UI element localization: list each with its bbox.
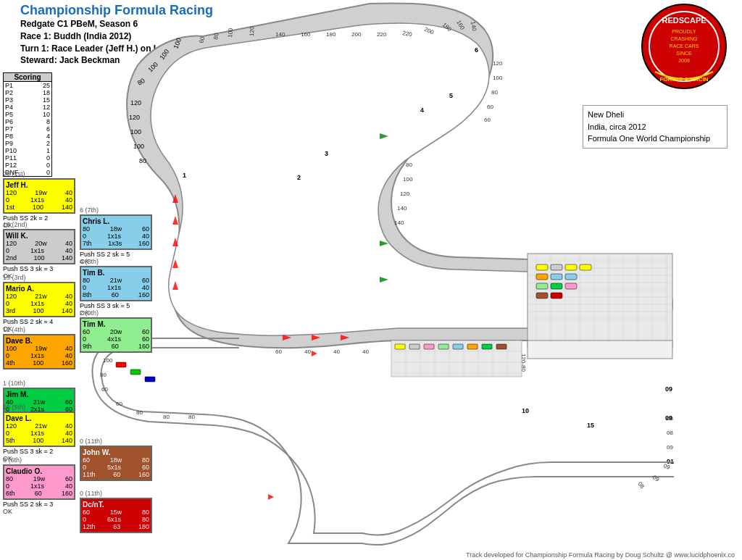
card-name-john: John W. xyxy=(83,448,149,456)
scoring-title: Scoring xyxy=(4,73,51,82)
svg-text:40: 40 xyxy=(362,348,369,355)
svg-text:100: 100 xyxy=(493,75,503,81)
svg-text:80: 80 xyxy=(406,162,412,168)
svg-text:80: 80 xyxy=(163,414,170,420)
card-push-dave_l: Push SS 3 sk = 2 xyxy=(3,448,75,455)
player-card-dc: 0 (11th) Dc/nT. 60 15w 80 0 6x1s 80 12th… xyxy=(80,490,152,533)
card-position-dave_l: 10 (5th) xyxy=(3,404,75,411)
card-position-dc: 0 (11th) xyxy=(80,490,152,497)
svg-rect-84 xyxy=(536,264,548,270)
svg-text:2: 2 xyxy=(297,174,301,181)
svg-rect-123 xyxy=(130,369,141,375)
svg-text:100: 100 xyxy=(403,176,413,183)
card-name-dave_l: Dave L. xyxy=(6,414,72,422)
scoring-table: Scoring P125P218P315P412P510P68P76P84P92… xyxy=(3,72,52,177)
svg-rect-124 xyxy=(145,377,155,382)
svg-text:09: 09 xyxy=(662,462,671,471)
player-card-claudio: 8 (6th) Claudio O. 80 19w 60 0 1x1s 40 6… xyxy=(3,456,75,515)
svg-text:80: 80 xyxy=(139,157,146,164)
player-card-chris: 6 (7th) Chris L. 80 18w 60 0 1x1s 40 7th… xyxy=(80,206,152,265)
svg-rect-90 xyxy=(536,283,548,289)
svg-text:120: 120 xyxy=(249,26,255,36)
svg-text:08: 08 xyxy=(667,415,673,422)
card-position-tim_m: 2 (9th) xyxy=(80,309,152,317)
card-name-jim: Jim M. xyxy=(6,390,72,398)
card-position-will: 18 (2nd) xyxy=(3,221,75,228)
scoring-row: P68 xyxy=(4,118,51,125)
card-name-jeff: Jeff H. xyxy=(6,181,72,189)
svg-text:100: 100 xyxy=(103,357,113,364)
svg-text:100: 100 xyxy=(130,128,141,135)
player-card-dave_b: 12 (4th) Dave B. 100 19w 40 0 1x1s 40 4t… xyxy=(3,326,75,369)
svg-rect-95 xyxy=(580,264,591,270)
svg-rect-94 xyxy=(551,293,562,298)
svg-rect-89 xyxy=(565,274,577,280)
scoring-row: P120 xyxy=(4,162,51,169)
svg-text:3: 3 xyxy=(325,150,328,157)
svg-text:1: 1 xyxy=(183,172,186,179)
svg-text:60: 60 xyxy=(116,401,122,407)
svg-rect-86 xyxy=(565,264,577,270)
svg-rect-93 xyxy=(536,293,548,298)
svg-text:15: 15 xyxy=(587,422,594,429)
svg-text:80: 80 xyxy=(136,409,143,416)
card-name-tim_m: Tim M. xyxy=(83,320,149,328)
svg-text:CRASHING: CRASHING xyxy=(671,36,698,41)
svg-rect-141 xyxy=(438,344,449,349)
scoring-row: P412 xyxy=(4,104,51,111)
card-name-mario: Mario A. xyxy=(6,285,72,293)
svg-rect-92 xyxy=(565,283,577,289)
card-push-will: Push SS 3 sk = 3 xyxy=(3,265,75,272)
svg-rect-88 xyxy=(551,274,562,280)
svg-text:40: 40 xyxy=(304,348,311,355)
svg-text:60: 60 xyxy=(484,117,491,123)
scoring-row: P84 xyxy=(4,133,51,140)
scoring-data: P125P218P315P412P510P68P76P84P92P101P110… xyxy=(4,82,51,176)
svg-text:60: 60 xyxy=(101,386,108,393)
svg-rect-87 xyxy=(536,274,548,280)
player-card-will: 18 (2nd) Will K. 120 20w 40 0 1x1s 40 2n… xyxy=(3,221,75,280)
svg-text:6: 6 xyxy=(475,46,478,54)
player-card-jeff: 25 (1st) Jeff H. 120 19w 40 0 1x1s 40 1s… xyxy=(3,170,75,229)
svg-text:140: 140 xyxy=(397,205,407,212)
card-position-chris: 6 (7th) xyxy=(80,206,152,214)
svg-rect-91 xyxy=(551,283,562,289)
svg-text:09: 09 xyxy=(667,444,673,451)
scoring-row: P125 xyxy=(4,82,51,89)
svg-rect-85 xyxy=(551,264,562,270)
svg-text:140: 140 xyxy=(275,31,285,38)
svg-text:08: 08 xyxy=(636,481,646,490)
card-position-dave_b: 12 (4th) xyxy=(3,326,75,333)
svg-text:60: 60 xyxy=(487,104,493,110)
svg-text:09: 09 xyxy=(665,385,672,393)
svg-rect-140 xyxy=(424,344,434,349)
card-position-john: 0 (11th) xyxy=(80,438,152,445)
svg-rect-145 xyxy=(496,344,507,349)
scoring-row: P76 xyxy=(4,125,51,133)
svg-text:4: 4 xyxy=(420,106,424,114)
card-position-tim_b: 4 (8th) xyxy=(80,258,152,265)
svg-text:200: 200 xyxy=(351,31,362,38)
player-card-mario: 15 (3rd) Mario A. 120 21w 40 0 1x1s 40 3… xyxy=(3,274,75,333)
svg-marker-146 xyxy=(312,351,317,356)
card-push-chris: Push SS 2 sk = 5 xyxy=(80,251,152,258)
svg-text:5: 5 xyxy=(449,92,453,99)
card-name-claudio: Claudio O. xyxy=(6,467,72,475)
scoring-row: P101 xyxy=(4,147,51,154)
svg-text:100: 100 xyxy=(227,28,234,38)
svg-rect-142 xyxy=(453,344,463,349)
svg-text:40: 40 xyxy=(333,348,340,355)
svg-rect-72 xyxy=(528,340,672,359)
svg-text:100: 100 xyxy=(133,143,144,150)
svg-text:220: 220 xyxy=(377,31,387,38)
card-name-tim_b: Tim B. xyxy=(83,269,149,277)
svg-marker-74 xyxy=(172,216,178,225)
card-name-will: Will K. xyxy=(6,232,72,240)
svg-text:160: 160 xyxy=(301,31,311,38)
svg-text:2008: 2008 xyxy=(678,58,690,63)
svg-rect-122 xyxy=(116,362,126,367)
svg-text:120: 120 xyxy=(129,114,140,121)
scoring-row: P110 xyxy=(4,154,51,162)
svg-text:60: 60 xyxy=(275,348,282,355)
svg-rect-143 xyxy=(467,344,478,349)
